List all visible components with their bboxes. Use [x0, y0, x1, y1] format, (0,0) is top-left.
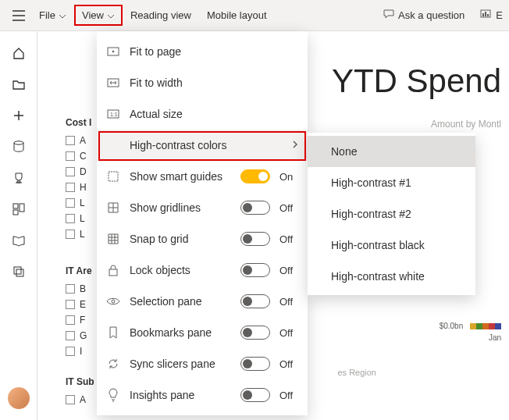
smart-guides-icon	[106, 170, 120, 183]
toggle-switch[interactable]	[240, 357, 270, 371]
field-group-title: IT Are	[66, 265, 92, 276]
menu-item-sync-slicers[interactable]: Sync slicers pane Off	[97, 348, 308, 379]
toggle-state: Off	[279, 390, 298, 401]
copy-icon[interactable]	[11, 264, 27, 279]
swatch	[489, 323, 495, 329]
svg-point-17	[112, 300, 115, 303]
svg-rect-16	[109, 269, 117, 276]
view-menu-button[interactable]: View	[74, 5, 123, 26]
svg-rect-5	[13, 204, 18, 208]
menu-item-high-contrast[interactable]: High-contrast colors	[97, 130, 308, 161]
menu-label: Fit to page	[130, 45, 298, 58]
toggle-switch[interactable]	[240, 388, 270, 402]
file-menu[interactable]: File	[31, 5, 74, 26]
checkbox-icon	[66, 151, 75, 161]
menu-label: Show gridlines	[130, 201, 231, 214]
field-group-title: IT Sub	[66, 376, 94, 387]
mobile-layout-label: Mobile layout	[207, 9, 267, 21]
checkbox-icon	[66, 230, 75, 239]
svg-rect-15	[109, 172, 118, 181]
toggle-switch[interactable]	[240, 232, 270, 246]
checkbox-row[interactable]: L	[66, 226, 91, 242]
checkbox-icon	[66, 331, 75, 340]
checkbox-icon	[66, 167, 75, 176]
menu-item-smart-guides[interactable]: Show smart guides On	[97, 161, 308, 192]
checkbox-icon	[66, 183, 75, 192]
snap-grid-icon	[106, 233, 120, 245]
checkbox-icon	[66, 284, 75, 294]
menu-item-insights-pane[interactable]: Insights pane Off	[97, 379, 308, 411]
menu-label: Selection pane	[130, 295, 231, 308]
swatch	[476, 323, 482, 329]
menu-item-selection-pane[interactable]: Selection pane Off	[97, 286, 308, 317]
svg-rect-8	[14, 267, 21, 274]
book-icon[interactable]	[11, 233, 27, 248]
menu-item-fit-to-page[interactable]: Fit to page	[97, 36, 308, 67]
svg-rect-9	[16, 269, 23, 276]
menu-item-fit-to-width[interactable]: Fit to width	[97, 67, 308, 98]
checkbox-row[interactable]: G	[66, 328, 92, 343]
avatar[interactable]	[8, 387, 30, 409]
toggle-state: Off	[279, 327, 298, 339]
checkbox-row[interactable]: F	[66, 312, 92, 328]
submenu-item-hcblack[interactable]: High-contrast black	[308, 230, 475, 261]
checkbox-row[interactable]: I	[66, 343, 92, 359]
ask-question-label: Ask a question	[398, 9, 465, 21]
menu-label: Insights pane	[130, 389, 231, 401]
ask-question-button[interactable]: Ask a question	[375, 4, 472, 27]
database-icon[interactable]	[11, 139, 27, 155]
toggle-state: On	[279, 171, 298, 183]
top-right-partial[interactable]: E	[472, 4, 503, 27]
menu-item-bookmarks-pane[interactable]: Bookmarks pane Off	[97, 317, 308, 348]
menu-label: Bookmarks pane	[130, 326, 231, 339]
svg-point-11	[112, 51, 115, 53]
svg-rect-7	[13, 210, 18, 215]
menu-item-snap-grid[interactable]: Snap to grid Off	[97, 223, 308, 254]
hamburger-icon[interactable]	[6, 10, 31, 21]
toggle-switch[interactable]	[240, 169, 270, 183]
mini-month: Jan	[440, 333, 501, 342]
add-icon[interactable]	[11, 108, 27, 123]
folder-icon[interactable]	[11, 77, 27, 92]
checkbox-row[interactable]: C	[66, 148, 91, 164]
mini-value: $0.0bn	[440, 322, 464, 330]
menu-item-lock-objects[interactable]: Lock objects Off	[97, 254, 308, 286]
menu-label: Show smart guides	[130, 170, 231, 183]
checkbox-row[interactable]: L	[66, 211, 91, 226]
checkbox-row[interactable]: H	[66, 180, 91, 195]
svg-rect-6	[20, 204, 24, 212]
checkbox-row[interactable]: A	[66, 392, 94, 408]
checkbox-row[interactable]: B	[66, 281, 92, 297]
checkbox-row[interactable]: A	[66, 133, 91, 148]
gridlines-icon	[106, 201, 120, 214]
home-icon[interactable]	[11, 45, 27, 61]
checkbox-row[interactable]: E	[66, 297, 92, 312]
submenu-item-none[interactable]: None	[308, 136, 475, 167]
report-title: YTD Spend	[332, 62, 501, 100]
icon-partial	[480, 9, 493, 22]
toggle-switch[interactable]	[240, 326, 270, 340]
toggle-switch[interactable]	[240, 201, 270, 215]
bookmark-icon	[106, 326, 120, 339]
checkbox-icon	[66, 214, 75, 223]
menu-item-gridlines[interactable]: Show gridlines Off	[97, 192, 308, 223]
color-swatches	[470, 323, 501, 329]
checkbox-row[interactable]: D	[66, 164, 91, 180]
sync-icon	[106, 358, 120, 370]
submenu-item-hcwhite[interactable]: High-contrast white	[308, 261, 475, 292]
submenu-item-hc1[interactable]: High-contrast #1	[308, 167, 475, 198]
checkbox-row[interactable]: L	[66, 195, 91, 211]
field-group-itarea: IT Are B E F G I	[66, 265, 92, 359]
toggle-switch[interactable]	[240, 263, 270, 277]
menu-label: High-contrast colors	[130, 139, 283, 151]
chevron-down-icon	[59, 9, 66, 21]
submenu-item-hc2[interactable]: High-contrast #2	[308, 198, 475, 230]
reading-view-button[interactable]: Reading view	[123, 5, 199, 26]
menu-item-actual-size[interactable]: 1:1 Actual size	[97, 98, 308, 130]
toggle-switch[interactable]	[240, 294, 270, 308]
trophy-icon[interactable]	[11, 170, 27, 186]
report-subtitle: Amount by Montl	[431, 119, 501, 130]
dashboard-icon[interactable]	[11, 201, 27, 217]
mobile-layout-button[interactable]: Mobile layout	[199, 5, 275, 26]
menu-label: Sync slicers pane	[130, 358, 231, 370]
